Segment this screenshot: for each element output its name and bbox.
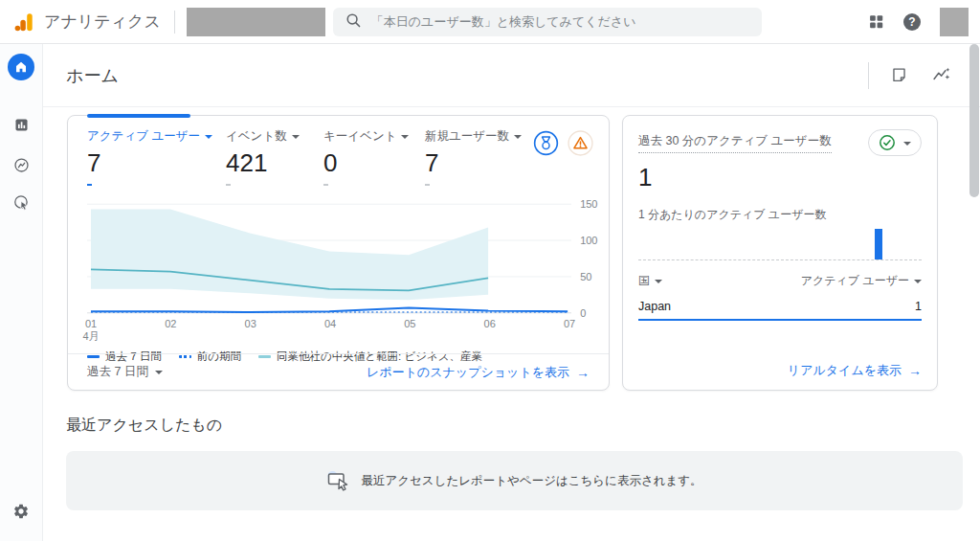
apps-grid-icon[interactable] (868, 13, 884, 30)
x-axis-labels: 4月 01020304050607 (87, 317, 571, 343)
page-title: ホーム (66, 64, 119, 87)
realtime-value: 1 (638, 163, 922, 192)
arrow-right-icon: → (576, 366, 590, 379)
x-axis-tick: 02 (165, 318, 176, 329)
y-axis-labels: 150100500 (571, 196, 603, 317)
metric-label: イベント数 (226, 128, 287, 145)
explore-icon (12, 156, 31, 174)
recently-accessed-title: 最近アクセスしたもの (66, 416, 980, 436)
metric-sparkline (425, 184, 430, 186)
y-axis-tick: 150 (580, 198, 597, 210)
analytics-logo-icon (13, 11, 34, 33)
chevron-down-icon (155, 371, 163, 374)
x-axis-tick: 07 (564, 318, 575, 329)
overview-card-footer: 過去 7 日間 レポートのスナップショットを表示 → (68, 353, 609, 390)
x-axis-tick: 05 (404, 318, 415, 329)
column-label: 国 (638, 273, 650, 289)
x-axis-tick: 01 (85, 318, 97, 329)
chevron-down-icon (903, 142, 911, 146)
x-axis-tick: 03 (245, 318, 256, 329)
metric-tab-active-users[interactable]: アクティブ ユーザー 7 (87, 128, 226, 186)
date-range-selector[interactable]: 過去 7 日間 (87, 364, 163, 380)
sidebar-item-explore[interactable] (12, 156, 31, 174)
empty-state-message: 最近アクセスしたレポートやページはこちらに表示されます。 (361, 473, 702, 489)
product-name: アナリティクス (44, 11, 161, 33)
gear-icon (12, 503, 30, 520)
metric-value: 7 (425, 149, 522, 178)
account-selector-redacted[interactable] (187, 8, 325, 36)
metric-value: 421 (226, 149, 323, 178)
chevron-down-icon (514, 135, 522, 139)
snapshot-link[interactable]: レポートのスナップショットを表示 → (367, 364, 590, 381)
arrow-right-icon: → (908, 364, 922, 377)
realtime-bar-chart (638, 226, 922, 260)
metric-tab-new-users[interactable]: 新規ユーザー数 7 (425, 128, 522, 186)
home-icon (13, 59, 29, 75)
help-icon[interactable]: ? (903, 13, 921, 31)
sidebar-item-admin[interactable] (12, 503, 30, 520)
country-cell: Japan (638, 300, 671, 313)
metric-sparkline (323, 184, 328, 186)
warning-badge-icon[interactable] (568, 130, 593, 156)
trend-chart (87, 196, 571, 317)
realtime-bar-slot (874, 229, 883, 259)
realtime-status-dropdown[interactable] (868, 129, 922, 156)
advertising-icon (12, 193, 31, 212)
realtime-bar (875, 229, 882, 259)
metric-sparkline (226, 184, 231, 186)
overview-card: アクティブ ユーザー 7 イベント数 421 キーイベント 0 新規ユーザー数 … (67, 115, 610, 391)
avatar[interactable] (940, 8, 969, 36)
header-divider (174, 11, 175, 34)
chevron-down-icon (401, 135, 409, 139)
left-navigation (0, 44, 43, 541)
click-cursor-icon (326, 469, 351, 492)
page-header: ホーム (43, 44, 980, 107)
metric-value: 7 (87, 149, 226, 178)
metric-value: 0 (323, 149, 425, 178)
bar-chart-icon (13, 117, 30, 133)
metric-label: キーイベント (323, 128, 396, 145)
selected-tab-accent (87, 114, 190, 118)
main-content: ホーム アクティブ ユーザー (43, 44, 980, 541)
metric-label: 新規ユーザー数 (425, 128, 509, 145)
search-icon (345, 11, 362, 33)
y-axis-tick: 100 (580, 235, 597, 246)
realtime-title: 過去 30 分のアクティブ ユーザー数 (638, 133, 832, 153)
search-bar[interactable] (333, 8, 762, 36)
table-row: Japan 1 (638, 300, 922, 321)
x-axis-tick: 06 (484, 318, 496, 329)
y-axis-tick: 0 (580, 307, 586, 319)
realtime-link-label: リアルタイムを表示 (788, 362, 902, 379)
help-glyph: ? (908, 15, 915, 29)
metric-tab-event-count[interactable]: イベント数 421 (226, 128, 323, 186)
realtime-card: 過去 30 分のアクティブ ユーザー数 1 1 分あたりのアクティブ ユーザー数… (622, 115, 938, 391)
chevron-down-icon (655, 280, 662, 283)
sidebar-item-advertising[interactable] (12, 193, 31, 212)
app-header: アナリティクス ? (0, 0, 980, 44)
value-cell: 1 (915, 300, 922, 313)
metric-tab-key-events[interactable]: キーイベント 0 (323, 128, 425, 186)
scrollbar[interactable] (968, 44, 980, 541)
snapshot-link-label: レポートのスナップショットを表示 (367, 364, 569, 381)
notes-icon[interactable] (890, 66, 908, 84)
sidebar-item-home[interactable] (8, 54, 34, 80)
scrollbar-thumb[interactable] (969, 44, 979, 197)
recently-accessed-section: 最近アクセスしたもの 最近アクセスしたレポートやページはこちらに表示されます。 (43, 391, 980, 510)
metric-label: アクティブ ユーザー (87, 128, 200, 145)
chevron-down-icon (205, 135, 212, 139)
metric-sparkline (87, 184, 92, 186)
active-users-column-header[interactable]: アクティブ ユーザー (801, 273, 922, 289)
country-column-header[interactable]: 国 (638, 273, 662, 289)
benchmark-badge-icon[interactable] (533, 130, 559, 156)
recently-accessed-empty-state: 最近アクセスしたレポートやページはこちらに表示されます。 (66, 451, 963, 510)
x-axis-tick: 04 (324, 318, 336, 329)
insights-icon[interactable] (931, 65, 951, 85)
chevron-down-icon (292, 135, 300, 139)
date-range-label: 過去 7 日間 (87, 364, 148, 380)
realtime-link[interactable]: リアルタイムを表示 → (788, 362, 922, 379)
column-label: アクティブ ユーザー (801, 273, 909, 289)
sidebar-item-reports[interactable] (13, 117, 30, 133)
chevron-down-icon (914, 280, 922, 283)
search-input[interactable] (371, 14, 750, 29)
realtime-per-minute-label: 1 分あたりのアクティブ ユーザー数 (638, 207, 922, 223)
